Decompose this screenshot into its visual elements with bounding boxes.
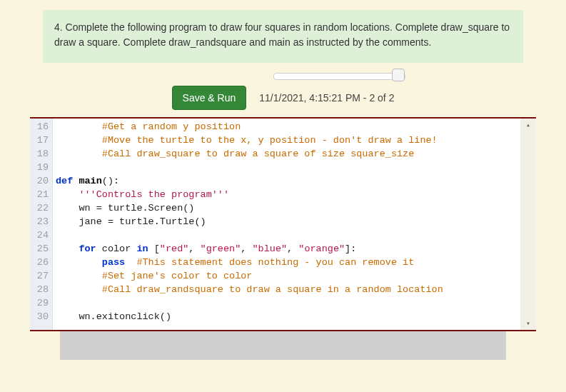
line-number: 20 bbox=[30, 174, 50, 188]
line-number: 17 bbox=[30, 134, 50, 147]
code-line[interactable]: wn = turtle.Screen() bbox=[56, 201, 520, 215]
history-slider[interactable] bbox=[273, 73, 405, 80]
code-line[interactable]: def main(): bbox=[56, 174, 520, 188]
line-number: 18 bbox=[30, 147, 50, 161]
slider-row bbox=[0, 71, 566, 86]
line-number: 27 bbox=[30, 269, 50, 283]
code-line[interactable]: #Call draw_randsquare to draw a square i… bbox=[56, 283, 520, 296]
instruction-box: 4. Complete the following program to dra… bbox=[43, 10, 523, 63]
line-number: 25 bbox=[30, 242, 50, 256]
code-line[interactable]: jane = turtle.Turtle() bbox=[56, 215, 520, 228]
code-line[interactable]: #Set jane's color to color bbox=[56, 269, 520, 283]
scroll-up-icon[interactable]: ▴ bbox=[520, 119, 536, 131]
code-line[interactable]: wn.exitonclick() bbox=[56, 310, 520, 323]
line-number: 16 bbox=[30, 120, 50, 134]
save-run-button[interactable]: Save & Run bbox=[172, 86, 247, 110]
instruction-text: 4. Complete the following program to dra… bbox=[54, 21, 510, 48]
page: 4. Complete the following program to dra… bbox=[0, 0, 566, 392]
code-line[interactable]: #Get a random y position bbox=[56, 120, 520, 134]
line-number: 21 bbox=[30, 188, 50, 201]
toolbar: Save & Run 11/1/2021, 4:15:21 PM - 2 of … bbox=[0, 71, 566, 110]
line-number: 29 bbox=[30, 296, 50, 310]
output-area bbox=[60, 331, 506, 360]
code-editor[interactable]: 161718192021222324252627282930 #Get a ra… bbox=[30, 117, 536, 331]
code-line[interactable] bbox=[56, 161, 520, 174]
line-number: 19 bbox=[30, 161, 50, 174]
line-number: 28 bbox=[30, 283, 50, 296]
scrollbar-vertical[interactable]: ▴ ▾ bbox=[520, 119, 536, 330]
line-number: 22 bbox=[30, 201, 50, 215]
code-line[interactable]: #Call draw_square to draw a square of si… bbox=[56, 147, 520, 161]
editor-wrap: 161718192021222324252627282930 #Get a ra… bbox=[30, 117, 536, 360]
code-line[interactable] bbox=[56, 296, 520, 310]
scroll-down-icon[interactable]: ▾ bbox=[520, 317, 536, 330]
code-line[interactable] bbox=[56, 228, 520, 242]
code-line[interactable]: pass #This statement does nothing - you … bbox=[56, 256, 520, 269]
line-number: 23 bbox=[30, 215, 50, 228]
code-line[interactable]: #Move the turtle to the x, y position - … bbox=[56, 134, 520, 147]
code-line[interactable]: for color in ["red", "green", "blue", "o… bbox=[56, 242, 520, 256]
code-area[interactable]: #Get a random y position #Move the turtl… bbox=[53, 119, 520, 330]
status-text: 11/1/2021, 4:15:21 PM - 2 of 2 bbox=[259, 92, 394, 104]
line-number: 30 bbox=[30, 310, 50, 323]
line-gutter: 161718192021222324252627282930 bbox=[30, 119, 53, 330]
code-line[interactable]: '''Controls the program''' bbox=[56, 188, 520, 201]
line-number: 24 bbox=[30, 228, 50, 242]
button-row: Save & Run 11/1/2021, 4:15:21 PM - 2 of … bbox=[172, 86, 395, 110]
line-number: 26 bbox=[30, 256, 50, 269]
